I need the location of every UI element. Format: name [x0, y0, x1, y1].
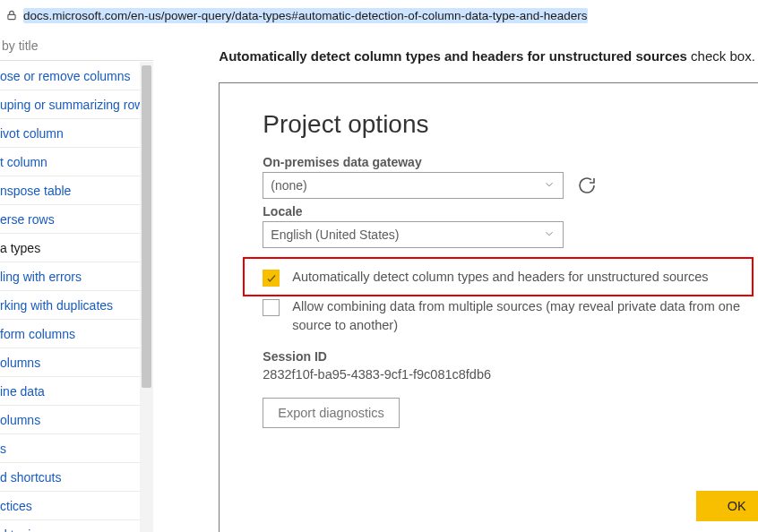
scroll-thumb[interactable] — [142, 65, 151, 388]
sidebar-item[interactable]: ivot column — [0, 119, 153, 148]
dialog-title: Project options — [263, 110, 758, 139]
nav-list: ose or remove columnsuping or summarizin… — [0, 62, 153, 532]
project-options-dialog: Project options On-premises data gateway… — [219, 82, 758, 532]
session-id-value: 2832f10f-ba95-4383-9cf1-f9c081c8fdb6 — [263, 367, 758, 382]
autodetect-label: Automatically detect column types and he… — [292, 268, 708, 287]
locale-value: English (United States) — [271, 227, 399, 242]
chevron-down-icon — [543, 178, 556, 193]
address-bar[interactable]: docs.microsoft.com/en-us/power-query/dat… — [0, 0, 758, 30]
sidebar-item[interactable]: ose or remove columns — [0, 62, 153, 90]
refresh-icon[interactable] — [576, 175, 598, 196]
export-diagnostics-button[interactable]: Export diagnostics — [263, 398, 399, 428]
intro-bold: Automatically detect column types and he… — [219, 48, 687, 64]
sidebar-item[interactable]: erse rows — [0, 205, 153, 234]
filter-input[interactable]: by title — [0, 30, 153, 61]
gateway-dropdown[interactable]: (none) — [263, 172, 564, 199]
combine-sources-label: Allow combining data from multiple sourc… — [292, 297, 749, 335]
sidebar-item[interactable]: ine data — [0, 377, 153, 406]
sidebar-item[interactable]: uping or summarizing rows — [0, 90, 153, 119]
sidebar-item[interactable]: olumns — [0, 406, 153, 434]
autodetect-checkbox[interactable] — [263, 270, 280, 287]
sidebar-item[interactable]: ctices — [0, 492, 153, 520]
sidebar-item[interactable]: ling with errors — [0, 262, 153, 291]
intro-tail: check box. — [687, 48, 755, 64]
sidebar-item[interactable]: d shortcuts — [0, 463, 153, 492]
sidebar-item[interactable]: t column — [0, 148, 153, 176]
sidebar: by title ose or remove columnsuping or s… — [0, 30, 154, 532]
intro-line-2: Automatically detect column types and he… — [219, 48, 758, 64]
gateway-value: (none) — [271, 178, 306, 193]
sidebar-item[interactable]: rking with duplicates — [0, 291, 153, 320]
svg-rect-0 — [8, 14, 15, 19]
sidebar-item[interactable]: a types — [0, 234, 153, 262]
sidebar-item[interactable]: s — [0, 434, 153, 463]
filter-placeholder: by title — [2, 39, 38, 53]
main-content: On the Home tab, select Options, and the… — [154, 30, 758, 532]
lock-icon — [0, 9, 23, 21]
gateway-label: On-premises data gateway — [263, 155, 758, 169]
url-text[interactable]: docs.microsoft.com/en-us/power-query/dat… — [23, 8, 588, 23]
sidebar-item[interactable]: nspose table — [0, 176, 153, 205]
locale-label: Locale — [263, 204, 758, 219]
sidebar-item[interactable]: form columns — [0, 320, 153, 348]
sidebar-item[interactable]: olumns — [0, 348, 153, 377]
chevron-down-icon — [543, 227, 556, 243]
ok-button[interactable]: OK — [696, 491, 758, 521]
sidebar-scrollbar[interactable] — [140, 62, 153, 532]
sidebar-item[interactable]: d topics — [0, 520, 153, 532]
locale-dropdown[interactable]: English (United States) — [263, 221, 564, 248]
session-id-label: Session ID — [263, 349, 758, 364]
combine-sources-checkbox[interactable] — [263, 299, 280, 316]
